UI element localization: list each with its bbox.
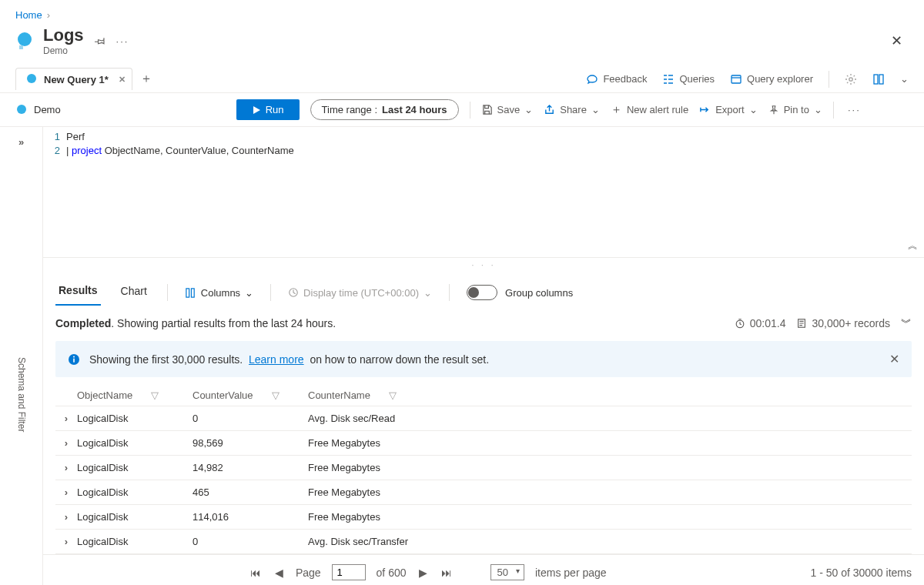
queries-button[interactable]: Queries (662, 73, 715, 85)
group-columns-toggle[interactable] (467, 285, 497, 300)
toolbar-more-icon[interactable]: ··· (845, 104, 864, 115)
page-title: Logs (43, 25, 84, 45)
columns-button[interactable]: Columns⌄ (185, 287, 253, 299)
save-button[interactable]: Save⌄ (481, 104, 534, 115)
table-row[interactable]: ›LogicalDisk114,016Free Megabytes (55, 505, 912, 530)
results-toolbar: Results Chart Columns⌄ Display time (UTC… (43, 272, 924, 306)
cell-countervalue: 14,982 (192, 462, 308, 473)
filter-icon[interactable]: ▽ (272, 389, 280, 401)
cell-objectname: LogicalDisk (77, 536, 192, 547)
gear-icon[interactable] (845, 73, 857, 85)
expand-row-icon[interactable]: › (55, 486, 77, 498)
editor-gutter: 12 (43, 130, 66, 254)
svg-rect-1 (19, 45, 23, 49)
status-row: Completed. Showing partial results from … (43, 306, 924, 341)
expand-rail-icon[interactable]: » (18, 127, 24, 157)
banner-close-icon[interactable]: ✕ (889, 352, 899, 366)
editor-code[interactable]: Perf | project ObjectName, CounterValue,… (66, 130, 924, 254)
expand-row-icon[interactable]: › (55, 413, 77, 424)
chevron-collapse-icon[interactable]: ︾ (901, 316, 912, 330)
learn-more-link[interactable]: Learn more (249, 353, 304, 366)
cell-objectname: LogicalDisk (77, 413, 192, 424)
svg-rect-14 (73, 358, 75, 362)
expand-row-icon[interactable]: › (55, 511, 77, 523)
pin-icon[interactable] (95, 35, 105, 46)
close-button[interactable]: ✕ (885, 29, 909, 52)
workspace-icon (25, 73, 38, 85)
elapsed-time: 00:01.4 (735, 317, 786, 329)
expand-row-icon[interactable]: › (55, 437, 77, 449)
cell-countername: Avg. Disk sec/Transfer (308, 536, 912, 547)
table-row[interactable]: ›LogicalDisk98,569Free Megabytes (55, 431, 912, 456)
pager-summary: 1 - 50 of 30000 items (810, 567, 912, 579)
table-row[interactable]: ›LogicalDisk0Avg. Disk sec/Transfer (55, 530, 912, 554)
pager-prev-icon[interactable]: ◀ (273, 567, 285, 579)
new-alert-button[interactable]: ＋ New alert rule (611, 102, 688, 117)
query-editor[interactable]: 12 Perf | project ObjectName, CounterVal… (43, 127, 924, 258)
tab-results[interactable]: Results (55, 279, 101, 306)
pager: ⏮ ◀ Page of 600 ▶ ⏭ 50 items per page 1 … (43, 554, 924, 585)
pager-page-input[interactable] (332, 564, 366, 580)
record-count: 30,000+ records (796, 317, 890, 329)
results-grid: ObjectName ▽ CounterValue ▽ CounterName … (55, 385, 912, 554)
column-header-objectname[interactable]: ObjectName ▽ (77, 389, 192, 401)
cell-countername: Free Megabytes (308, 437, 912, 449)
grid-header: ObjectName ▽ CounterValue ▽ CounterName … (55, 385, 912, 406)
filter-icon[interactable]: ▽ (151, 389, 159, 401)
svg-point-4 (849, 77, 852, 80)
query-explorer-button[interactable]: Query explorer (730, 73, 813, 85)
pager-next-icon[interactable]: ▶ (417, 567, 429, 579)
new-tab-button[interactable]: ＋ (140, 71, 152, 87)
cell-objectname: LogicalDisk (77, 437, 192, 449)
query-tabstrip: New Query 1* ✕ ＋ Feedback Queries Query … (0, 65, 924, 93)
breadcrumb: Home › (0, 0, 924, 25)
page-header: Logs Demo ··· ✕ (0, 25, 924, 65)
query-tab-label: New Query 1* (44, 74, 109, 85)
query-toolbar: Demo Run Time range : Last 24 hours Save… (0, 93, 924, 127)
expand-row-icon[interactable]: › (55, 536, 77, 547)
pager-page-label: Page (296, 567, 321, 579)
column-header-countervalue[interactable]: CounterValue ▽ (192, 389, 308, 401)
table-row[interactable]: ›LogicalDisk14,982Free Megabytes (55, 456, 912, 480)
svg-point-15 (73, 356, 75, 357)
svg-point-2 (27, 74, 36, 83)
expand-row-icon[interactable]: › (55, 462, 77, 473)
pager-per-page-select[interactable]: 50 (490, 564, 524, 580)
workspace-picker[interactable]: Demo (15, 104, 61, 116)
query-tab-1[interactable]: New Query 1* ✕ (15, 68, 132, 90)
svg-rect-8 (186, 288, 189, 296)
tab-close-icon[interactable]: ✕ (119, 75, 126, 85)
export-button[interactable]: Export⌄ (699, 104, 758, 115)
run-button[interactable]: Run (236, 99, 300, 120)
svg-point-7 (17, 105, 26, 114)
share-button[interactable]: Share⌄ (544, 104, 600, 115)
feedback-button[interactable]: Feedback (586, 73, 647, 85)
display-time-button: Display time (UTC+00:00)⌄ (288, 287, 432, 299)
panel-icon[interactable] (872, 73, 885, 85)
cell-countervalue: 98,569 (192, 437, 308, 449)
pager-last-icon[interactable]: ⏭ (440, 567, 454, 579)
table-row[interactable]: ›LogicalDisk0Avg. Disk sec/Read (55, 406, 912, 431)
time-range-picker[interactable]: Time range : Last 24 hours (310, 99, 459, 120)
filter-icon[interactable]: ▽ (389, 389, 397, 401)
cell-countervalue: 114,016 (192, 511, 308, 523)
splitter-handle[interactable]: · · · (43, 258, 924, 272)
cell-countername: Free Megabytes (308, 486, 912, 498)
cell-countervalue: 465 (192, 486, 308, 498)
column-header-countername[interactable]: CounterName ▽ (308, 389, 912, 401)
table-row[interactable]: ›LogicalDisk465Free Megabytes (55, 480, 912, 505)
pager-per-page-label: items per page (535, 567, 607, 579)
svg-rect-5 (874, 75, 878, 84)
breadcrumb-home[interactable]: Home (15, 9, 42, 21)
chevron-down-icon[interactable]: ⌄ (900, 73, 909, 85)
cell-countervalue: 0 (192, 413, 308, 424)
expand-editor-icon[interactable]: ︽ (908, 239, 918, 252)
side-rail-label: Schema and Filter (16, 357, 27, 432)
info-icon (68, 353, 80, 366)
cell-objectname: LogicalDisk (77, 486, 192, 498)
pin-to-button[interactable]: Pin to⌄ (768, 104, 822, 115)
tab-chart[interactable]: Chart (118, 280, 150, 305)
pager-first-icon[interactable]: ⏮ (249, 567, 263, 579)
more-icon[interactable]: ··· (113, 35, 132, 47)
workspace-icon (15, 104, 28, 116)
